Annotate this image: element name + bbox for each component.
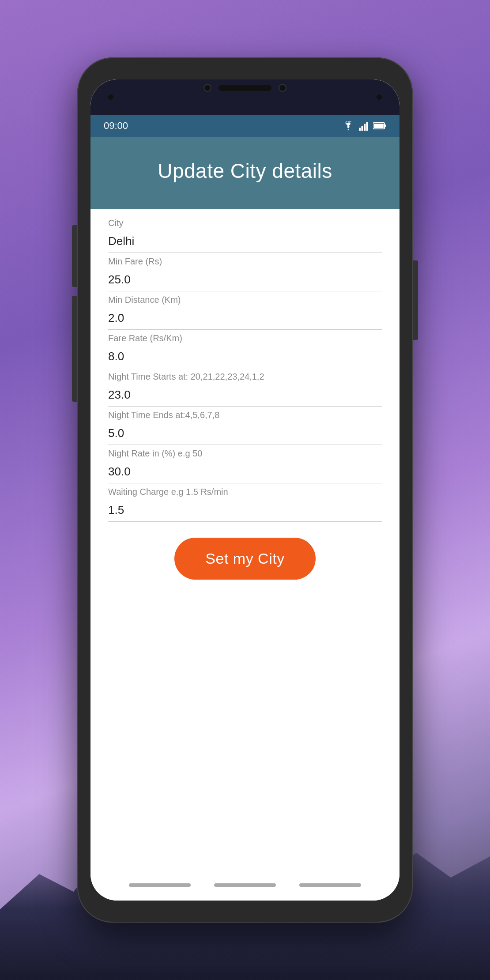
fare-rate-label: Fare Rate (Rs/Km) [108, 333, 382, 343]
fare-rate-input[interactable] [108, 346, 382, 368]
phone-notch [90, 79, 400, 115]
app-content: City Min Fare (Rs) Min Distance (Km) Far… [90, 209, 400, 870]
camera-dot-2 [279, 84, 286, 92]
night-rate-input[interactable] [108, 461, 382, 483]
signal-icon [359, 121, 369, 131]
night-start-label: Night Time Starts at: 20,21,22,23,24,1,2 [108, 372, 382, 382]
camera-dot-1 [204, 84, 211, 92]
min-distance-label: Min Distance (Km) [108, 295, 382, 305]
night-end-field-group: Night Time Ends at:4,5,6,7,8 [108, 410, 382, 445]
city-input[interactable] [108, 231, 382, 253]
city-label: City [108, 218, 382, 228]
svg-rect-1 [362, 126, 363, 131]
night-start-field-group: Night Time Starts at: 20,21,22,23,24,1,2 [108, 372, 382, 407]
min-distance-field-group: Min Distance (Km) [108, 295, 382, 330]
status-time: 09:00 [104, 120, 128, 132]
svg-rect-2 [364, 124, 366, 131]
nav-back-pill[interactable] [129, 883, 191, 887]
camera-area [204, 79, 286, 92]
navigation-bar [90, 870, 400, 901]
phone-screen: 09:00 [90, 79, 400, 901]
page-title: Update City details [104, 159, 386, 183]
battery-icon [373, 121, 386, 131]
svg-rect-5 [384, 124, 386, 127]
status-bar: 09:00 [90, 115, 400, 137]
fare-rate-field-group: Fare Rate (Rs/Km) [108, 333, 382, 368]
set-city-button[interactable]: Set my City [174, 538, 315, 580]
svg-rect-6 [374, 124, 384, 128]
waiting-charge-input[interactable] [108, 500, 382, 522]
city-field-group: City [108, 218, 382, 253]
speaker-grille [219, 85, 271, 91]
svg-rect-3 [366, 122, 368, 131]
night-rate-label: Night Rate in (%) e.g 50 [108, 449, 382, 459]
phone-frame: 09:00 [77, 57, 413, 923]
svg-rect-0 [359, 128, 361, 131]
min-fare-label: Min Fare (Rs) [108, 256, 382, 267]
min-fare-input[interactable] [108, 269, 382, 291]
status-icons [342, 121, 386, 131]
night-rate-field-group: Night Rate in (%) e.g 50 [108, 449, 382, 483]
sensor [108, 94, 113, 100]
nav-home-pill[interactable] [214, 883, 276, 887]
waiting-charge-field-group: Waiting Charge e.g 1.5 Rs/min [108, 487, 382, 522]
night-end-input[interactable] [108, 423, 382, 445]
night-start-input[interactable] [108, 384, 382, 407]
app-header: Update City details [90, 137, 400, 209]
waiting-charge-label: Waiting Charge e.g 1.5 Rs/min [108, 487, 382, 497]
min-fare-field-group: Min Fare (Rs) [108, 256, 382, 291]
wifi-icon [342, 121, 354, 131]
night-end-label: Night Time Ends at:4,5,6,7,8 [108, 410, 382, 420]
min-distance-input[interactable] [108, 308, 382, 330]
sensor-2 [377, 94, 382, 100]
nav-recent-pill[interactable] [299, 883, 361, 887]
